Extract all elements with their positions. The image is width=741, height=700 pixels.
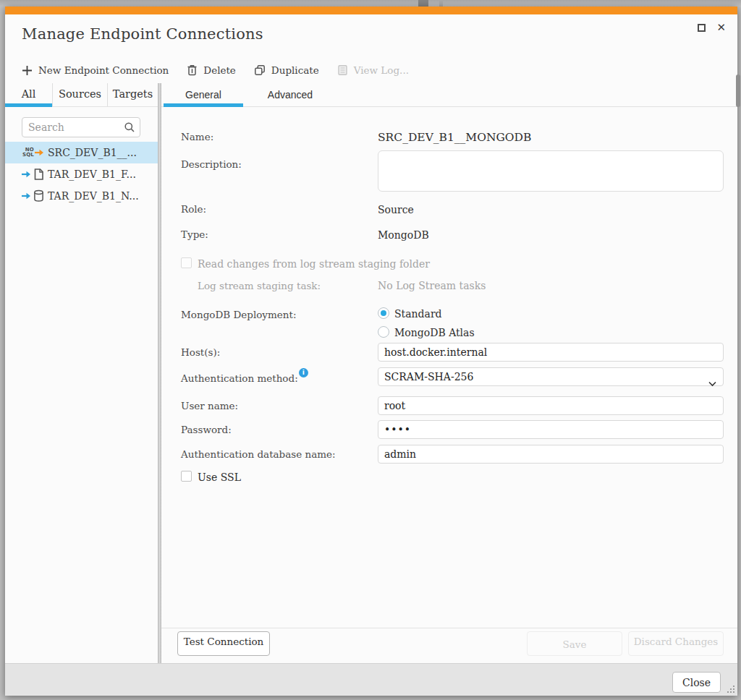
auth-method-select[interactable]: SCRAM-SHA-256	[378, 367, 724, 386]
radio-standard[interactable]	[378, 307, 389, 319]
duplicate-icon	[254, 64, 266, 76]
use-ssl-checkbox[interactable]	[181, 471, 192, 482]
search-box	[22, 117, 140, 137]
nosql-source-icon: NOSQL	[21, 145, 46, 161]
log-stream-task-value: No Log Stream tasks	[378, 280, 486, 291]
endpoint-sidebar: All Sources Targets NOSQL SRC_DEV_B1__..…	[5, 83, 158, 663]
name-value: SRC_DEV_B1__MONGODB	[378, 131, 531, 144]
chevron-down-icon	[708, 375, 716, 392]
scrollbar-thumb[interactable]	[736, 74, 740, 107]
close-button[interactable]: Close	[672, 672, 721, 693]
info-icon[interactable]: i	[299, 368, 308, 377]
role-value: Source	[378, 204, 414, 215]
type-label: Type:	[181, 229, 208, 240]
maximize-icon[interactable]	[698, 24, 706, 32]
endpoint-detail-panel: General Advanced Name: SRC_DEV_B1__MONGO…	[161, 83, 737, 663]
test-connection-button[interactable]: Test Connection	[177, 631, 270, 656]
plus-icon	[22, 65, 33, 76]
list-item-tar-dev-b1-n[interactable]: TAR_DEV_B1_N...	[5, 185, 158, 207]
duplicate-label: Duplicate	[271, 64, 319, 76]
password-label: Password:	[181, 424, 232, 435]
sidebar-tab-sources[interactable]: Sources	[53, 83, 108, 106]
search-icon[interactable]	[124, 121, 135, 136]
dialog-title: Manage Endpoint Connections	[22, 25, 263, 43]
hosts-label: Host(s):	[181, 346, 220, 358]
save-button[interactable]: Save	[527, 631, 622, 656]
sidebar-tab-targets[interactable]: Targets	[108, 83, 158, 106]
auth-db-field[interactable]	[378, 445, 724, 464]
deployment-label: MongoDB Deployment:	[181, 309, 296, 320]
background-scrollbar-fragment	[418, 0, 428, 7]
file-target-icon	[21, 166, 46, 182]
close-icon[interactable]: ✕	[716, 24, 726, 32]
manage-endpoint-connections-dialog: Manage Endpoint Connections ✕ New Endpoi…	[5, 7, 737, 696]
list-item-tar-dev-b1-f[interactable]: TAR_DEV_B1_F...	[5, 163, 158, 185]
auth-method-label: Authentication method:i	[181, 371, 308, 384]
log-stream-checkbox-label: Read changes from log stream staging fol…	[198, 258, 430, 270]
view-log-button[interactable]: View Log...	[337, 64, 409, 76]
description-field[interactable]	[378, 150, 724, 192]
type-value: MongoDB	[378, 229, 429, 241]
duplicate-button[interactable]: Duplicate	[254, 64, 319, 76]
new-endpoint-connection-label: New Endpoint Connection	[38, 64, 169, 76]
new-endpoint-connection-button[interactable]: New Endpoint Connection	[22, 64, 169, 76]
use-ssl-label: Use SSL	[198, 471, 241, 483]
hosts-field[interactable]	[378, 343, 724, 362]
screen: Manage Endpoint Connections ✕ New Endpoi…	[0, 0, 741, 700]
list-item-label: TAR_DEV_B1_N...	[48, 185, 139, 207]
detail-tabs: General Advanced	[161, 83, 737, 107]
tab-advanced[interactable]: Advanced	[250, 83, 330, 106]
view-log-label: View Log...	[354, 64, 409, 76]
list-item-label: SRC_DEV_B1__...	[48, 142, 137, 163]
sidebar-tab-all[interactable]: All	[5, 83, 53, 106]
delete-label: Delete	[203, 64, 236, 76]
list-item-label: TAR_DEV_B1_F...	[48, 163, 136, 185]
source-arrow-icon	[34, 148, 44, 157]
radio-mongodb-atlas[interactable]	[378, 326, 389, 338]
endpoint-list: NOSQL SRC_DEV_B1__... TAR_DEV_B1_F...	[5, 142, 158, 207]
auth-method-value: SCRAM-SHA-256	[384, 371, 473, 383]
list-item-src-dev-b1-mongodb[interactable]: NOSQL SRC_DEV_B1__...	[5, 142, 158, 163]
search-input[interactable]	[28, 119, 119, 135]
username-field[interactable]	[378, 396, 724, 415]
dialog-footer: Close	[5, 663, 737, 696]
dialog-accent-bar	[5, 7, 737, 14]
background-page-strip	[0, 0, 741, 7]
radio-standard-label: Standard	[394, 308, 442, 320]
background-divider-fragment	[439, 0, 443, 7]
delete-button[interactable]: Delete	[187, 64, 236, 76]
trash-icon	[187, 64, 198, 76]
name-label: Name:	[181, 131, 213, 142]
log-stream-checkbox[interactable]	[181, 257, 192, 268]
auth-db-label: Authentication database name:	[181, 448, 336, 460]
password-field[interactable]	[378, 420, 724, 439]
action-button-row: Test Connection Save Discard Changes	[161, 628, 737, 663]
tab-general[interactable]: General	[164, 83, 243, 106]
description-label: Description:	[181, 158, 242, 170]
log-stream-task-label: Log stream staging task:	[198, 280, 321, 291]
window-controls: ✕	[698, 24, 726, 32]
discard-changes-button[interactable]: Discard Changes	[628, 631, 724, 656]
role-label: Role:	[181, 203, 206, 215]
database-target-icon	[21, 188, 46, 204]
toolbar: New Endpoint Connection Delete Duplicate…	[22, 61, 427, 79]
username-label: User name:	[181, 400, 238, 411]
sidebar-tabs: All Sources Targets	[5, 83, 158, 107]
resize-grip-icon[interactable]	[727, 685, 735, 693]
radio-mongodb-atlas-label: MongoDB Atlas	[394, 327, 475, 338]
log-icon	[337, 64, 348, 76]
